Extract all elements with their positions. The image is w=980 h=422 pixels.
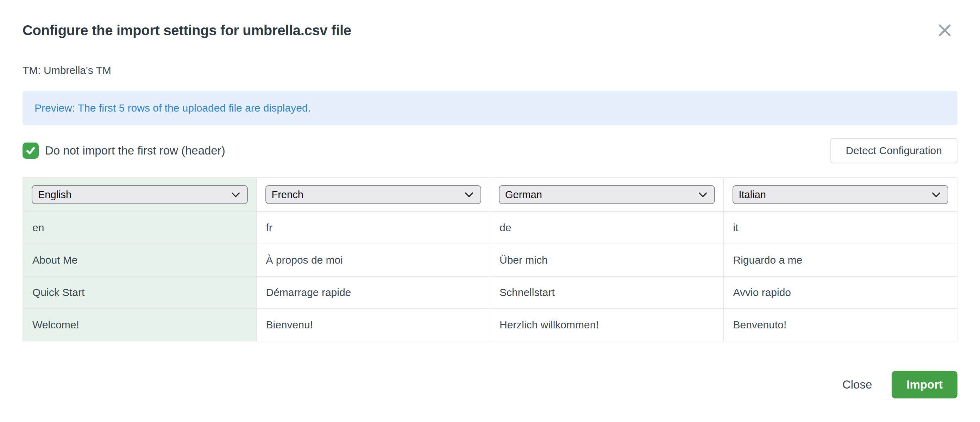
- language-select-wrap: English: [32, 185, 248, 204]
- language-select-wrap: French: [266, 185, 482, 204]
- table-cell: Bienvenu!: [257, 309, 490, 341]
- table-row: en fr de it: [23, 212, 957, 244]
- language-select-col4[interactable]: Italian: [733, 185, 949, 204]
- tm-name-label: TM: Umbrella's TM: [22, 64, 958, 77]
- skip-header-checkbox-label: Do not import the first row (header): [45, 144, 225, 157]
- column-header-italian: Italian: [724, 178, 958, 212]
- table-cell: Schnellstart: [490, 276, 724, 309]
- dialog-footer: Close Import: [22, 371, 958, 398]
- table-cell: de: [490, 212, 724, 244]
- preview-notice-text: Preview: The first 5 rows of the uploade…: [35, 102, 311, 114]
- csv-preview-table: English French: [22, 177, 958, 341]
- language-select-wrap: Italian: [733, 185, 949, 204]
- column-header-german: German: [490, 178, 724, 212]
- column-header-english: English: [23, 178, 257, 212]
- close-x-glyph: [937, 22, 953, 38]
- skip-header-checkbox[interactable]: [22, 143, 39, 159]
- table-cell: Über mich: [490, 244, 724, 276]
- table-row: About Me À propos de moi Über mich Rigua…: [23, 244, 957, 276]
- table-cell: Avvio rapido: [724, 276, 958, 309]
- language-select-col2[interactable]: French: [266, 185, 482, 204]
- language-select-col1[interactable]: English: [32, 185, 248, 204]
- table-cell: Benvenuto!: [724, 309, 958, 341]
- options-row: Do not import the first row (header) Det…: [22, 138, 958, 163]
- language-select-wrap: German: [499, 185, 715, 204]
- table-cell: Démarrage rapide: [257, 276, 490, 309]
- dialog-header: Configure the import settings for umbrel…: [22, 0, 958, 40]
- column-header-french: French: [257, 178, 490, 212]
- table-cell: Herzlich willkommen!: [490, 309, 724, 341]
- table-cell: Welcome!: [23, 309, 257, 341]
- language-select-col3[interactable]: German: [499, 185, 715, 204]
- table-cell: it: [724, 212, 958, 244]
- table-cell: fr: [257, 212, 490, 244]
- import-button[interactable]: Import: [892, 371, 958, 398]
- table-cell: en: [23, 212, 257, 244]
- language-select-row: English French: [23, 178, 957, 212]
- skip-header-checkbox-group: Do not import the first row (header): [22, 143, 225, 159]
- checkmark-icon: [25, 145, 36, 156]
- preview-notice: Preview: The first 5 rows of the uploade…: [22, 91, 958, 125]
- import-settings-dialog: Configure the import settings for umbrel…: [0, 0, 980, 422]
- table-row: Quick Start Démarrage rapide Schnellstar…: [23, 276, 957, 309]
- table-cell: Riguardo a me: [724, 244, 958, 276]
- close-icon[interactable]: [936, 22, 953, 39]
- table-row: Welcome! Bienvenu! Herzlich willkommen! …: [23, 309, 957, 341]
- table-cell: About Me: [23, 244, 257, 276]
- table-cell: Quick Start: [23, 276, 257, 309]
- close-button[interactable]: Close: [842, 378, 872, 392]
- table-cell: À propos de moi: [257, 244, 490, 276]
- detect-configuration-button[interactable]: Detect Configuration: [830, 138, 958, 163]
- page-title: Configure the import settings for umbrel…: [22, 21, 958, 40]
